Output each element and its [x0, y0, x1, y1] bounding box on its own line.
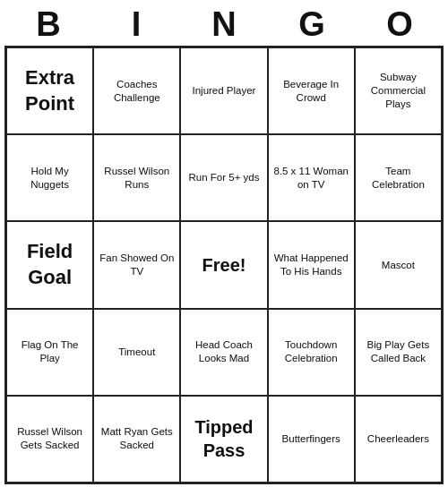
letter-o: O	[360, 5, 439, 44]
bingo-cell-11: Fan Showed On TV	[93, 221, 180, 308]
letter-b: B	[9, 5, 88, 44]
bingo-cell-9: Team Celebration	[355, 134, 442, 221]
bingo-cell-3: Beverage In Crowd	[268, 47, 355, 134]
bingo-cell-0: Extra Point	[6, 47, 93, 134]
bingo-cell-4: Subway Commercial Plays	[355, 47, 442, 134]
bingo-cell-5: Hold My Nuggets	[6, 134, 93, 221]
bingo-grid: Extra PointCoaches ChallengeInjured Play…	[4, 46, 444, 484]
bingo-cell-1: Coaches Challenge	[93, 47, 180, 134]
bingo-cell-8: 8.5 x 11 Woman on TV	[268, 134, 355, 221]
bingo-cell-23: Butterfingers	[268, 396, 355, 483]
letter-i: I	[97, 5, 176, 44]
bingo-cell-14: Mascot	[355, 221, 442, 308]
bingo-cell-19: Big Play Gets Called Back	[355, 309, 442, 396]
bingo-cell-6: Russel Wilson Runs	[93, 134, 180, 221]
bingo-cell-16: Timeout	[93, 309, 180, 396]
bingo-cell-10: Field Goal	[6, 221, 93, 308]
bingo-cell-24: Cheerleaders	[355, 396, 442, 483]
bingo-cell-22: Tipped Pass	[180, 396, 267, 483]
bingo-cell-17: Head Coach Looks Mad	[180, 309, 267, 396]
bingo-cell-21: Matt Ryan Gets Sacked	[93, 396, 180, 483]
letter-g: G	[272, 5, 351, 44]
bingo-cell-18: Touchdown Celebration	[268, 309, 355, 396]
bingo-title-row: B I N G O	[4, 0, 444, 46]
bingo-cell-2: Injured Player	[180, 47, 267, 134]
bingo-cell-13: What Happened To His Hands	[268, 221, 355, 308]
bingo-cell-20: Russel Wilson Gets Sacked	[6, 396, 93, 483]
bingo-cell-7: Run For 5+ yds	[180, 134, 267, 221]
bingo-cell-15: Flag On The Play	[6, 309, 93, 396]
bingo-cell-12: Free!	[180, 221, 267, 308]
letter-n: N	[185, 5, 263, 44]
